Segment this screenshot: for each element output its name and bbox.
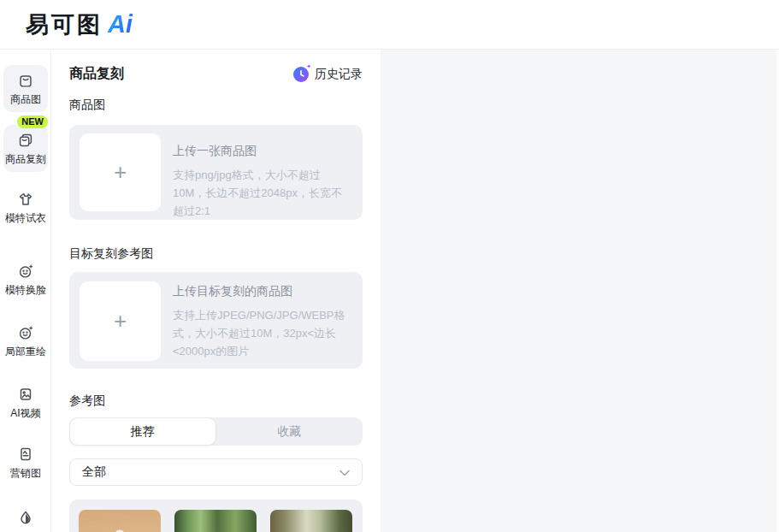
sparkle-icon: ✦: [306, 63, 311, 70]
upload-dropzone[interactable]: +: [80, 281, 161, 361]
reference-thumbnail-beige-product[interactable]: [79, 510, 161, 532]
new-badge: NEW: [17, 115, 48, 128]
sidebar-item-product-replicate[interactable]: NEW 商品复刻: [3, 125, 48, 172]
tool-panel: 商品复刻 ✦ 历史记录 商品图 +: [51, 50, 381, 532]
sidebar-item-label: 商品复刻: [5, 152, 46, 167]
sidebar: 商品图 NEW 商品复刻 模特试衣: [0, 50, 51, 532]
page-title: 商品复刻: [69, 65, 124, 83]
product-image-upload-area[interactable]: + 上传一张商品图 支持png/jpg格式，大小不超过10M，长边不超过2048…: [69, 125, 363, 220]
workspace-empty-area: [381, 50, 779, 532]
double-bag-icon: [16, 131, 35, 150]
photo-video-icon: [16, 385, 35, 404]
tab-recommended[interactable]: 推荐: [69, 417, 216, 446]
history-label: 历史记录: [315, 67, 363, 82]
target-reference-section-label: 目标复刻参考图: [69, 246, 153, 262]
target-reference-upload-area[interactable]: + 上传目标复刻的商品图 支持上传JPEG/PNG/JPG/WEBP格式，大小不…: [69, 272, 363, 369]
upload-description: 支持上传JPEG/PNG/JPG/WEBP格式，大小不超过10M，32px<边长…: [173, 306, 352, 360]
sidebar-item-label: 模特换脸: [5, 283, 46, 298]
logo-text: 易可图: [26, 9, 103, 40]
sidebar-item-face-swap[interactable]: 模特换脸: [3, 262, 48, 298]
t-shirt-icon: [16, 190, 35, 209]
upload-dropzone[interactable]: +: [80, 133, 161, 211]
face-sparkle-icon: [16, 262, 35, 281]
product-image-section-label: 商品图: [69, 98, 105, 113]
reference-tabs: 推荐 收藏: [69, 417, 363, 446]
tab-favorites[interactable]: 收藏: [216, 417, 363, 446]
history-clock-icon: ✦: [293, 67, 309, 82]
sidebar-item-label: 营销图: [10, 466, 41, 481]
logo-ai-mark: Ai: [108, 10, 133, 38]
chevron-down-icon: [339, 464, 350, 480]
upload-title: 上传目标复刻的商品图: [173, 284, 352, 299]
sidebar-item-label: 商品图: [10, 92, 41, 107]
upload-hint: 上传目标复刻的商品图 支持上传JPEG/PNG/JPG/WEBP格式，大小不超过…: [173, 281, 352, 360]
sidebar-item-ai-video[interactable]: AI视频: [3, 385, 48, 421]
sidebar-item-inpaint[interactable]: 局部重绘: [3, 323, 48, 359]
reference-thumbnail-blurred-forest[interactable]: [270, 510, 352, 532]
sidebar-item-label: AI视频: [10, 406, 40, 421]
reference-thumbnails: [69, 499, 363, 532]
plus-icon: +: [114, 159, 127, 186]
sidebar-item-product-image[interactable]: 商品图: [3, 65, 48, 112]
filter-selected-value: 全部: [82, 464, 106, 480]
sidebar-item-label: 模特试衣: [5, 211, 46, 226]
history-button[interactable]: ✦ 历史记录: [293, 67, 363, 82]
panel-header: 商品复刻 ✦ 历史记录: [69, 65, 363, 83]
reference-section-label: 参考图: [69, 393, 105, 409]
upload-description: 支持png/jpg格式，大小不超过10M，长边不超过2048px，长宽不超过2:…: [173, 166, 352, 220]
sidebar-item-model-tryon[interactable]: 模特试衣: [3, 190, 48, 226]
poster-doc-icon: [16, 445, 35, 464]
sidebar-item-marketing-image[interactable]: 营销图: [3, 445, 48, 481]
category-filter-select[interactable]: 全部: [69, 458, 363, 486]
face-sparkle-icon: [16, 323, 35, 342]
sidebar-item-label: 局部重绘: [5, 345, 46, 359]
app-logo[interactable]: 易可图 Ai: [26, 9, 133, 40]
upload-title: 上传一张商品图: [173, 144, 352, 159]
reference-thumbnail-forest[interactable]: [174, 510, 257, 532]
sidebar-item-bottom-tool[interactable]: [3, 509, 48, 528]
upload-hint: 上传一张商品图 支持png/jpg格式，大小不超过10M，长边不超过2048px…: [173, 133, 352, 220]
plus-icon: +: [114, 308, 127, 334]
ink-drop-icon: [16, 509, 35, 528]
shopping-bag-icon: [16, 71, 35, 90]
top-header: 易可图 Ai: [0, 0, 779, 50]
